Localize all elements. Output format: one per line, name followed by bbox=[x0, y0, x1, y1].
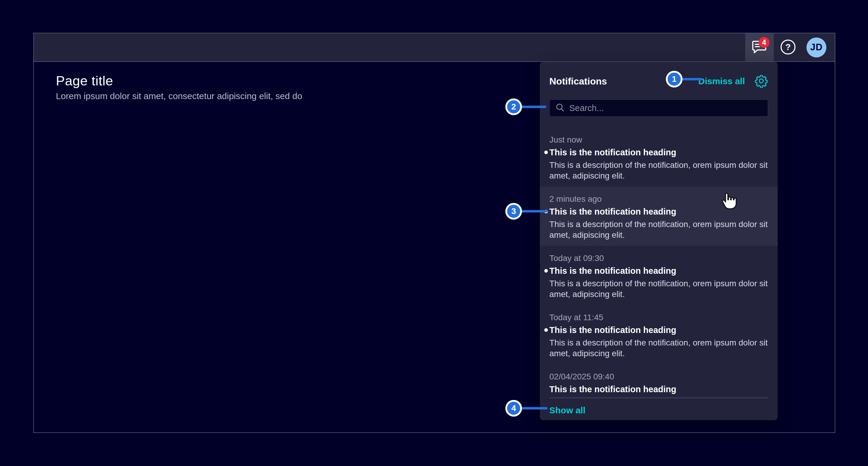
notifications-title: Notifications bbox=[549, 76, 607, 87]
notification-heading: This is the notification heading bbox=[549, 325, 768, 336]
notification-count-badge: 4 bbox=[758, 37, 770, 48]
show-all-button[interactable]: Show all bbox=[549, 405, 586, 415]
dismiss-all-button[interactable]: Dismiss all bbox=[698, 76, 745, 86]
page-subtitle: Lorem ipsum dolor sit amet, consectetur … bbox=[56, 91, 302, 101]
top-bar: 4 ? JD bbox=[34, 33, 835, 62]
avatar[interactable]: JD bbox=[806, 37, 826, 57]
search-box bbox=[549, 99, 768, 117]
callout-1: 1 bbox=[666, 71, 683, 87]
notification-item[interactable]: Today at 11:45 This is the notification … bbox=[540, 305, 778, 364]
notification-heading: This is the notification heading bbox=[549, 265, 768, 276]
notifications-panel: Notifications Dismiss all bbox=[540, 62, 778, 420]
mouse-cursor-icon bbox=[720, 192, 738, 212]
notification-list: Just now This is the notification headin… bbox=[540, 127, 778, 395]
callout-3: 3 bbox=[505, 203, 522, 220]
notification-item[interactable]: Today at 09:30 This is the notification … bbox=[540, 246, 778, 305]
notification-description: This is a description of the notificatio… bbox=[549, 219, 768, 240]
notification-timestamp: Just now bbox=[549, 135, 768, 145]
unread-dot-icon bbox=[544, 151, 548, 154]
callout-1-line bbox=[681, 78, 702, 80]
panel-divider bbox=[549, 398, 768, 398]
unread-dot-icon bbox=[544, 328, 548, 332]
notification-description: This is a description of the notificatio… bbox=[549, 338, 768, 359]
notifications-button[interactable]: 4 bbox=[745, 33, 774, 61]
gear-icon bbox=[754, 74, 768, 89]
callout-2-line bbox=[520, 106, 546, 108]
notifications-panel-header: Notifications Dismiss all bbox=[540, 75, 778, 87]
callout-4-line bbox=[520, 407, 548, 409]
search-input[interactable] bbox=[569, 103, 763, 113]
callout-3-line bbox=[520, 210, 548, 212]
panel-header-actions: Dismiss all bbox=[698, 74, 768, 89]
callout-4: 4 bbox=[505, 400, 522, 417]
settings-button[interactable] bbox=[754, 74, 768, 89]
notification-description: This is a description of the notificatio… bbox=[549, 160, 768, 181]
help-icon: ? bbox=[780, 39, 796, 56]
help-button[interactable]: ? bbox=[774, 33, 802, 61]
notification-timestamp: Today at 11:45 bbox=[549, 313, 768, 322]
notification-item[interactable]: Just now This is the notification headin… bbox=[540, 127, 778, 186]
notification-heading: This is the notification heading bbox=[549, 147, 768, 158]
notification-timestamp: Today at 09:30 bbox=[549, 254, 768, 263]
notification-timestamp: 02/04/2025 09:40 bbox=[549, 372, 768, 381]
notification-item[interactable]: 02/04/2025 09:40 This is the notificatio… bbox=[540, 364, 778, 395]
page-title: Page title bbox=[56, 73, 113, 89]
callout-2: 2 bbox=[505, 98, 522, 115]
unread-dot-icon bbox=[544, 269, 548, 272]
svg-text:?: ? bbox=[785, 42, 791, 52]
notification-description: This is a description of the notificatio… bbox=[549, 278, 768, 300]
search-icon bbox=[555, 103, 565, 114]
topbar-actions: 4 ? JD bbox=[745, 33, 835, 61]
notification-item[interactable]: 2 minutes ago This is the notification h… bbox=[540, 186, 778, 246]
notification-heading: This is the notification heading bbox=[549, 384, 768, 395]
